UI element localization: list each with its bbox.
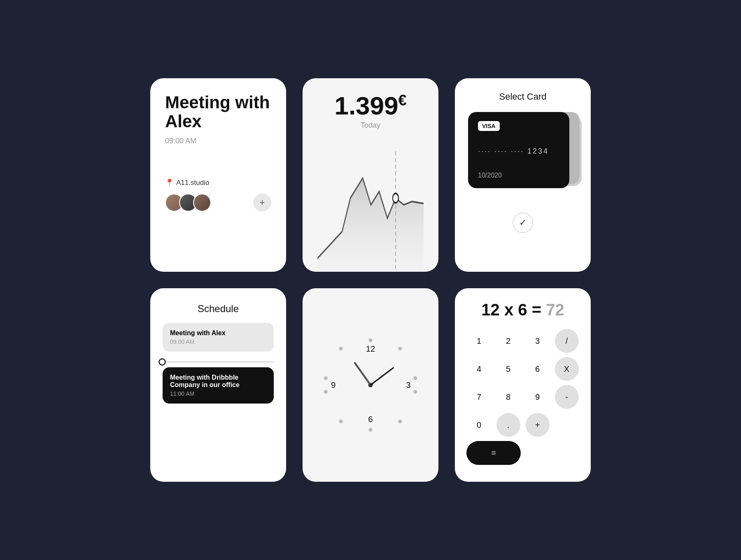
svg-text:3: 3 bbox=[406, 380, 411, 390]
finance-card: 1.399€ Today bbox=[303, 78, 438, 272]
clock-card: 12 3 6 9 bbox=[303, 288, 438, 482]
finance-label: Today bbox=[317, 121, 424, 130]
calc-btn-2[interactable]: 2 bbox=[496, 329, 521, 353]
calc-btn-add[interactable]: + bbox=[526, 413, 550, 437]
svg-line-17 bbox=[355, 363, 370, 385]
meeting-footer: + bbox=[165, 194, 271, 212]
svg-point-5 bbox=[413, 390, 417, 394]
schedule-item-1-title: Meeting with Alex bbox=[170, 329, 266, 337]
calc-grid: 1 2 3 / 4 5 6 X 7 8 9 - 0 . + = bbox=[466, 329, 579, 465]
schedule-item-2[interactable]: Meeting with Dribbble Company in our off… bbox=[163, 367, 274, 404]
calc-btn-divide[interactable]: / bbox=[555, 329, 579, 353]
calc-operator: x bbox=[504, 301, 518, 319]
svg-point-8 bbox=[339, 420, 343, 423]
credit-card[interactable]: VISA ···· ···· ···· 1234 10/2020 bbox=[468, 112, 569, 188]
avatar-3 bbox=[193, 194, 211, 212]
svg-point-10 bbox=[324, 376, 328, 380]
meeting-card: Meeting with Alex 09:00 AM 📍 A11.studio … bbox=[150, 78, 286, 272]
calc-display: 12 x 6 = 72 bbox=[466, 301, 579, 319]
calc-equals: = bbox=[532, 301, 546, 319]
schedule-item-2-title: Meeting with Dribbble Company in our off… bbox=[170, 374, 266, 389]
location-icon: 📍 bbox=[165, 178, 174, 187]
calc-btn-4[interactable]: 4 bbox=[466, 357, 492, 381]
svg-point-3 bbox=[398, 347, 402, 350]
timeline-rule bbox=[166, 362, 274, 362]
calc-btn-subtract[interactable]: - bbox=[555, 385, 579, 409]
calc-equation: 12 x 6 = 72 bbox=[481, 301, 564, 319]
schedule-card: Schedule Meeting with Alex 09:00 AM Meet… bbox=[150, 288, 286, 482]
timeline bbox=[158, 358, 274, 366]
meeting-location: 📍 A11.studio bbox=[165, 178, 271, 187]
schedule-title: Schedule bbox=[163, 303, 274, 315]
svg-line-18 bbox=[370, 368, 393, 385]
calc-btn-multiply[interactable]: X bbox=[555, 357, 579, 381]
card-number: ···· ···· ···· 1234 bbox=[478, 147, 559, 156]
calc-btn-3[interactable]: 3 bbox=[525, 329, 550, 353]
schedule-item-2-time: 11:00 AM bbox=[170, 390, 266, 397]
calc-btn-dot[interactable]: . bbox=[496, 413, 520, 437]
calc-btn-1[interactable]: 1 bbox=[466, 329, 492, 353]
finance-chart bbox=[317, 138, 424, 272]
calc-btn-9[interactable]: 9 bbox=[525, 385, 550, 409]
svg-point-4 bbox=[413, 376, 417, 380]
card-stack: VISA ···· ···· ···· 1234 10/2020 bbox=[468, 112, 578, 203]
svg-point-6 bbox=[398, 420, 402, 423]
select-card-title: Select Card bbox=[468, 91, 578, 102]
svg-point-1 bbox=[393, 194, 398, 203]
clock-face: 12 3 6 9 bbox=[317, 327, 424, 443]
finance-amount: 1.399€ bbox=[317, 93, 424, 119]
calc-btn-equals[interactable]: = bbox=[466, 441, 521, 465]
calc-btn-6[interactable]: 6 bbox=[525, 357, 550, 381]
add-participant-button[interactable]: + bbox=[253, 194, 271, 212]
svg-point-7 bbox=[368, 428, 372, 432]
calc-btn-8[interactable]: 8 bbox=[496, 385, 521, 409]
svg-text:12: 12 bbox=[366, 344, 375, 353]
calculator-card: 12 x 6 = 72 1 2 3 / 4 5 6 X 7 8 9 - 0 bbox=[455, 288, 591, 482]
card-expiry: 10/2020 bbox=[478, 172, 559, 179]
visa-label: VISA bbox=[478, 121, 500, 131]
avatar-group bbox=[165, 194, 211, 212]
calc-btn-5[interactable]: 5 bbox=[496, 357, 521, 381]
select-card-widget: Select Card VISA ···· ···· ···· 1234 10/… bbox=[455, 78, 591, 272]
calc-result: 72 bbox=[546, 301, 564, 319]
timeline-dot bbox=[158, 358, 166, 366]
main-grid: Meeting with Alex 09:00 AM 📍 A11.studio … bbox=[150, 78, 591, 482]
svg-text:9: 9 bbox=[331, 380, 336, 390]
calc-btn-0[interactable]: 0 bbox=[466, 413, 492, 437]
confirm-selection-button[interactable]: ✓ bbox=[513, 212, 533, 233]
schedule-item-1-time: 09:00 AM bbox=[170, 338, 266, 345]
svg-point-2 bbox=[368, 338, 372, 342]
location-name: A11.studio bbox=[176, 179, 209, 187]
calc-btn-7[interactable]: 7 bbox=[466, 385, 492, 409]
calc-num1: 12 bbox=[481, 301, 500, 319]
svg-point-9 bbox=[324, 390, 328, 394]
meeting-time: 09:00 AM bbox=[165, 137, 271, 145]
schedule-item-1[interactable]: Meeting with Alex 09:00 AM bbox=[163, 323, 274, 352]
calc-num2: 6 bbox=[518, 301, 527, 319]
svg-text:6: 6 bbox=[368, 415, 373, 424]
svg-point-11 bbox=[339, 347, 343, 350]
meeting-title: Meeting with Alex bbox=[165, 93, 271, 131]
check-button-container: ✓ bbox=[468, 212, 578, 233]
